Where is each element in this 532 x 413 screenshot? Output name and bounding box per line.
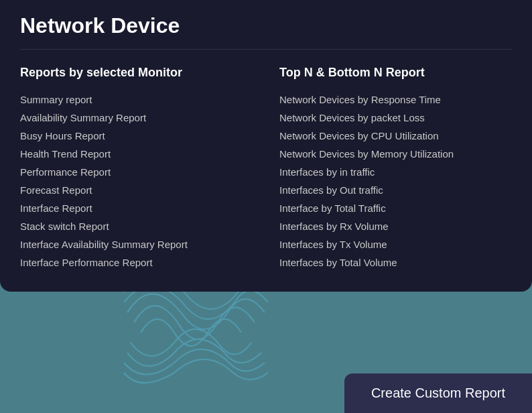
create-custom-report-button[interactable]: Create Custom Report bbox=[344, 373, 532, 413]
list-item[interactable]: Network Devices by Response Time bbox=[279, 91, 512, 109]
list-item[interactable]: Health Trend Report bbox=[20, 145, 253, 163]
list-item[interactable]: Forecast Report bbox=[20, 181, 253, 199]
list-item[interactable]: Interface Performance Report bbox=[20, 253, 253, 272]
columns-container: Reports by selected Monitor Summary repo… bbox=[20, 66, 512, 272]
list-item[interactable]: Interface by Total Traffic bbox=[279, 199, 512, 217]
card-title: Network Device bbox=[20, 13, 512, 50]
list-item[interactable]: Interfaces by Out traffic bbox=[279, 181, 512, 199]
left-column-heading: Reports by selected Monitor bbox=[20, 66, 253, 80]
left-items-list: Summary reportAvailability Summary Repor… bbox=[20, 91, 253, 272]
right-column-heading: Top N & Bottom N Report bbox=[279, 66, 512, 80]
list-item[interactable]: Performance Report bbox=[20, 163, 253, 181]
list-item[interactable]: Network Devices by CPU Utilization bbox=[279, 127, 512, 145]
list-item[interactable]: Availability Summary Report bbox=[20, 109, 253, 127]
list-item[interactable]: Interfaces by Rx Volume bbox=[279, 217, 512, 235]
left-column: Reports by selected Monitor Summary repo… bbox=[20, 66, 253, 272]
right-column: Top N & Bottom N Report Network Devices … bbox=[279, 66, 512, 272]
list-item[interactable]: Summary report bbox=[20, 91, 253, 109]
list-item[interactable]: Busy Hours Report bbox=[20, 127, 253, 145]
list-item[interactable]: Interface Availability Summary Report bbox=[20, 235, 253, 253]
list-item[interactable]: Network Devices by Memory Utilization bbox=[279, 145, 512, 163]
right-items-list: Network Devices by Response TimeNetwork … bbox=[279, 91, 512, 272]
list-item[interactable]: Interfaces by in traffic bbox=[279, 163, 512, 181]
list-item[interactable]: Interfaces by Tx Volume bbox=[279, 235, 512, 253]
main-card: Network Device Reports by selected Monit… bbox=[0, 0, 532, 292]
list-item[interactable]: Interfaces by Total Volume bbox=[279, 253, 512, 272]
list-item[interactable]: Network Devices by packet Loss bbox=[279, 109, 512, 127]
list-item[interactable]: Interface Report bbox=[20, 199, 253, 217]
list-item[interactable]: Stack switch Report bbox=[20, 217, 253, 235]
